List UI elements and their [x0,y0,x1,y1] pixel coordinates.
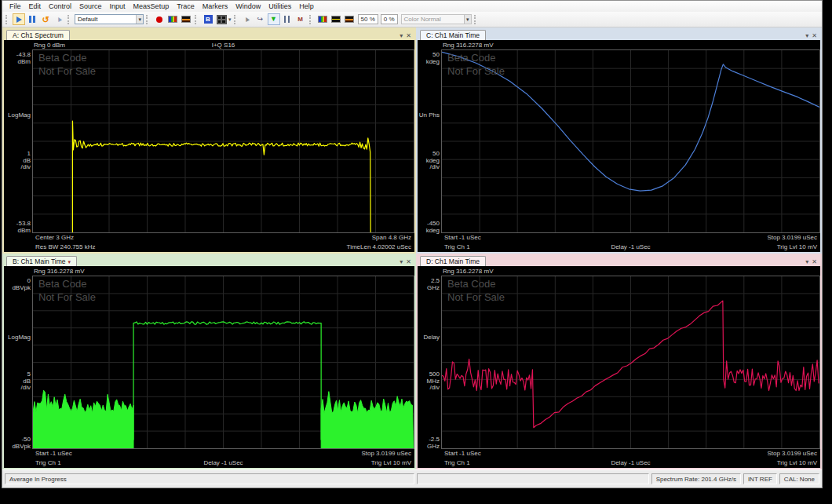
y-axis-format-label: Un Phs [419,112,440,119]
grid-lines [442,50,819,232]
pause-icon [29,16,35,23]
tab-dropdown-icon[interactable]: ▾ [68,259,71,265]
y-axis-gutter: 0 dBVpk LogMag 5 dB /div -50 dBVpk [4,266,32,468]
tab-c-ch1-main-time[interactable]: C: Ch1 Main Time [420,30,486,40]
peak-search-button[interactable]: M [294,13,307,25]
panel-close-icon[interactable]: ✕ [812,259,817,265]
toolbar-grip [146,15,150,24]
b-trace-icon: B [204,15,213,24]
toolbar-grip [309,15,313,24]
x-axis-right-1: Span 4.8 GHz [372,234,411,241]
x-axis-right-1: Stop 3.0199 uSec [361,450,411,457]
tab-b-ch1-main-time[interactable]: B: Ch1 Main Time ▾ [6,256,77,266]
menu-item-help[interactable]: Help [295,2,318,11]
menu-item-trace[interactable]: Trace [173,2,199,11]
peak-search-icon: M [297,16,303,23]
marker-triangle-icon: ▼ [270,16,277,23]
menu-item-input[interactable]: Input [106,2,130,11]
display-thumbnail-2-button[interactable] [330,13,342,25]
copy-image-button[interactable] [166,13,179,25]
panel-close-icon[interactable]: ✕ [406,259,411,265]
tab-d-ch1-main-time[interactable]: D: Ch1 Main Time [420,256,486,266]
plot-area-d[interactable]: Beta Code Not For Sale [441,276,820,449]
x-axis-left-1: Start -1 uSec [35,450,72,457]
y-axis-top-value: 0 dBVpk [12,278,31,291]
menu-item-source[interactable]: Source [75,2,106,11]
grid-lines [33,50,414,232]
b-trace-button[interactable]: B [202,13,214,25]
panel-a-spectrum: A: Ch1 Spectrum ▾ ✕ -43.8 dBm LogMag 1 d… [2,27,416,254]
magnitude-plot-svg [33,276,414,448]
plot-area-b[interactable]: Beta Code Not For Sale [32,276,414,449]
band-lines-button[interactable] [281,13,294,25]
panel-collapse-icon[interactable]: ▾ [400,259,403,265]
x-axis-right-2: Trig Lvl 10 mV [777,459,817,466]
range-label: Rng 316.2278 mV [34,268,85,275]
x-axis-annotation: Start -1 uSec Stop 3.0199 uSec Trig Ch 1… [32,449,414,468]
panel-c-main-time: C: Ch1 Main Time ▾ ✕ 50 kdeg Un Phs 50 k… [416,27,822,254]
phase-plot-svg [442,50,819,232]
menu-item-file[interactable]: File [5,2,25,11]
record-button[interactable] [153,13,166,25]
toolbar-grip [5,15,9,24]
spectrum-rate-indicator: Spectrum Rate: 201.4 GHz/s [651,473,741,484]
preset-dropdown[interactable]: Default ▾ [75,14,144,24]
input-format-label: I+Q S16 [32,42,414,49]
toolbar-grip [195,15,199,24]
display-thumbnail-1-button[interactable] [316,13,329,25]
toolbar-grip [68,15,71,24]
percent-field-2[interactable]: 0 % [381,14,398,24]
restart-button[interactable]: ↺ [39,13,52,25]
preset-value: Default [78,16,97,23]
play-button[interactable] [13,13,25,25]
layout-grid-button[interactable] [215,13,228,25]
x-axis-center-2: Delay -1 uSec [443,243,819,250]
record-icon [156,16,162,23]
chevron-down-icon: ▾ [464,15,471,24]
select-cursor-button[interactable]: ▲ [241,13,254,25]
panel-close-icon[interactable]: ✕ [406,33,411,39]
percent-field-1[interactable]: 50 % [358,14,378,24]
save-image-icon [181,16,191,23]
layout-caret-icon[interactable]: ▾ [228,16,232,23]
color-mode-dropdown[interactable]: Color Normal ▾ [401,14,472,24]
zoom-cursor-icon: ↪ [257,16,264,23]
delay-plot-svg [442,276,819,448]
status-bar: Average In Progress Spectrum Rate: 201.4… [2,469,822,488]
panel-close-icon[interactable]: ✕ [812,33,817,39]
pulse-trace [133,322,321,440]
x-axis-annotation: Start -1 uSec Stop 3.0199 uSec Trig Ch 1… [441,233,820,252]
display-thumbnail-3-button[interactable] [343,13,356,25]
plot-area-c[interactable]: Beta Code Not For Sale [441,49,820,233]
panel-collapse-icon[interactable]: ▾ [400,33,403,39]
tab-label: C: Ch1 Main Time [426,31,480,39]
y-axis-gutter: 50 kdeg Un Phs 50 kdeg /div -450 kdeg [418,40,441,252]
tab-a-ch1-spectrum[interactable]: A: Ch1 Spectrum [6,30,70,40]
menu-item-meassetup[interactable]: MeasSetup [130,2,173,11]
panel-b-main-time: B: Ch1 Main Time ▾ ▾ ✕ 0 dBVpk LogMag 5 … [2,254,416,469]
x-axis-right-1: Stop 3.0199 uSec [767,450,817,457]
menu-item-utilities[interactable]: Utilities [265,2,295,11]
marker-button[interactable]: ▼ [268,13,280,25]
x-axis-left-1: Center 3 GHz [35,234,74,241]
tab-label: D: Ch1 Main Time [426,257,480,265]
desktop: File Edit Control Source Input MeasSetup… [0,0,832,504]
pointer-icon: ▲ [54,14,64,24]
x-axis-center-2: Delay -1 uSec [34,459,413,466]
panel-collapse-icon[interactable]: ▾ [805,33,808,39]
layout-grid-icon [217,15,227,24]
pause-button[interactable] [26,13,38,25]
menu-item-edit[interactable]: Edit [25,2,46,11]
panel-collapse-icon[interactable]: ▾ [805,259,808,265]
zoom-cursor-button[interactable]: ↪ [254,13,267,25]
orange-trace-display-icon [345,16,354,23]
restart-icon: ↺ [42,16,49,24]
y-axis-bottom-value: -53.8 dBm [16,221,31,234]
menu-item-control[interactable]: Control [45,2,75,11]
y-axis-format-label: LogMag [8,112,31,119]
pointer-mode-button[interactable]: ▲ [53,13,65,25]
menu-item-markers[interactable]: Markers [199,2,232,11]
menu-item-window[interactable]: Window [232,2,265,11]
plot-area-a[interactable]: Beta Code Not For Sale [32,49,414,233]
save-image-button[interactable] [180,13,192,25]
